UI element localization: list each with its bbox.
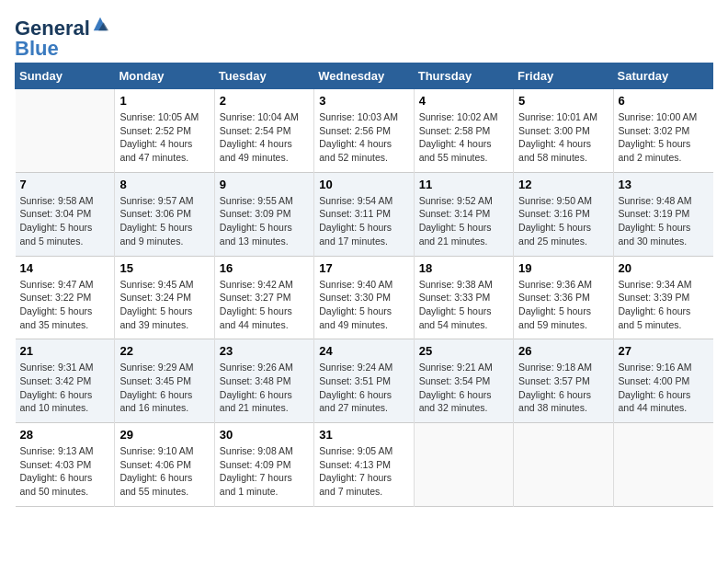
day-number: 8 <box>119 178 209 191</box>
calendar-cell: 14Sunrise: 9:47 AMSunset: 3:22 PMDayligh… <box>16 256 115 339</box>
day-number: 6 <box>619 94 709 108</box>
day-of-week-saturday: Saturday <box>613 63 712 89</box>
calendar-cell: 3Sunrise: 10:03 AMSunset: 2:56 PMDayligh… <box>314 89 414 173</box>
day-info: Sunrise: 10:03 AMSunset: 2:56 PMDaylight… <box>319 110 408 165</box>
logo: General Blue <box>15 18 108 59</box>
day-info: Sunrise: 9:52 AMSunset: 3:14 PMDaylight:… <box>419 194 508 248</box>
day-number: 1 <box>119 94 209 108</box>
week-row-4: 21Sunrise: 9:31 AMSunset: 3:42 PMDayligh… <box>16 339 713 423</box>
day-info: Sunrise: 9:38 AMSunset: 3:33 PMDaylight:… <box>419 278 508 332</box>
days-of-week-row: SundayMondayTuesdayWednesdayThursdayFrid… <box>16 63 713 89</box>
logo-blue: Blue <box>15 37 59 60</box>
calendar-cell: 18Sunrise: 9:38 AMSunset: 3:33 PMDayligh… <box>414 256 513 339</box>
day-info: Sunrise: 9:10 AMSunset: 4:06 PMDaylight:… <box>119 444 209 499</box>
day-info: Sunrise: 10:05 AMSunset: 2:52 PMDaylight… <box>119 110 209 165</box>
calendar-cell: 1Sunrise: 10:05 AMSunset: 2:52 PMDayligh… <box>115 89 214 173</box>
calendar-cell: 2Sunrise: 10:04 AMSunset: 2:54 PMDayligh… <box>214 89 313 173</box>
calendar-cell: 16Sunrise: 9:42 AMSunset: 3:27 PMDayligh… <box>214 256 313 339</box>
calendar-cell: 26Sunrise: 9:18 AMSunset: 3:57 PMDayligh… <box>514 339 613 423</box>
calendar-cell: 24Sunrise: 9:24 AMSunset: 3:51 PMDayligh… <box>314 339 414 423</box>
calendar-cell: 25Sunrise: 9:21 AMSunset: 3:54 PMDayligh… <box>414 339 513 423</box>
day-number: 13 <box>619 178 709 191</box>
day-number: 17 <box>319 261 408 275</box>
day-number: 7 <box>20 178 110 191</box>
day-number: 16 <box>220 261 309 275</box>
day-number: 9 <box>220 178 309 191</box>
day-info: Sunrise: 9:26 AMSunset: 3:48 PMDaylight:… <box>220 361 309 415</box>
day-info: Sunrise: 9:48 AMSunset: 3:19 PMDaylight:… <box>619 194 709 248</box>
calendar-cell: 17Sunrise: 9:40 AMSunset: 3:30 PMDayligh… <box>314 256 414 339</box>
calendar-cell: 9Sunrise: 9:55 AMSunset: 3:09 PMDaylight… <box>214 172 313 256</box>
day-number: 12 <box>518 178 608 191</box>
day-info: Sunrise: 9:21 AMSunset: 3:54 PMDaylight:… <box>419 361 508 415</box>
calendar-table: SundayMondayTuesdayWednesdayThursdayFrid… <box>15 63 713 507</box>
day-info: Sunrise: 9:13 AMSunset: 4:03 PMDaylight:… <box>20 444 110 499</box>
day-number: 4 <box>419 94 508 108</box>
calendar-cell: 19Sunrise: 9:36 AMSunset: 3:36 PMDayligh… <box>514 256 613 339</box>
calendar-cell: 7Sunrise: 9:58 AMSunset: 3:04 PMDaylight… <box>16 172 115 256</box>
day-number: 15 <box>119 261 209 275</box>
calendar-cell <box>514 423 613 507</box>
day-of-week-tuesday: Tuesday <box>214 63 313 89</box>
day-of-week-thursday: Thursday <box>414 63 513 89</box>
day-info: Sunrise: 9:42 AMSunset: 3:27 PMDaylight:… <box>220 278 309 332</box>
day-info: Sunrise: 9:24 AMSunset: 3:51 PMDaylight:… <box>319 361 408 415</box>
calendar-cell: 4Sunrise: 10:02 AMSunset: 2:58 PMDayligh… <box>414 89 513 173</box>
calendar-cell: 8Sunrise: 9:57 AMSunset: 3:06 PMDaylight… <box>115 172 214 256</box>
day-info: Sunrise: 9:29 AMSunset: 3:45 PMDaylight:… <box>119 361 209 415</box>
calendar-cell: 10Sunrise: 9:54 AMSunset: 3:11 PMDayligh… <box>314 172 414 256</box>
day-number: 29 <box>119 428 209 442</box>
calendar-cell: 13Sunrise: 9:48 AMSunset: 3:19 PMDayligh… <box>613 172 712 256</box>
day-info: Sunrise: 9:16 AMSunset: 4:00 PMDaylight:… <box>619 361 709 415</box>
page-header: General Blue <box>15 15 713 59</box>
day-info: Sunrise: 9:40 AMSunset: 3:30 PMDaylight:… <box>319 278 408 332</box>
calendar-body: 1Sunrise: 10:05 AMSunset: 2:52 PMDayligh… <box>16 89 713 507</box>
day-of-week-wednesday: Wednesday <box>314 63 414 89</box>
day-number: 2 <box>220 94 309 108</box>
week-row-2: 7Sunrise: 9:58 AMSunset: 3:04 PMDaylight… <box>16 172 713 256</box>
calendar-cell: 21Sunrise: 9:31 AMSunset: 3:42 PMDayligh… <box>16 339 115 423</box>
calendar-cell: 27Sunrise: 9:16 AMSunset: 4:00 PMDayligh… <box>613 339 712 423</box>
day-info: Sunrise: 9:58 AMSunset: 3:04 PMDaylight:… <box>20 194 110 248</box>
calendar-cell: 28Sunrise: 9:13 AMSunset: 4:03 PMDayligh… <box>16 423 115 507</box>
day-number: 27 <box>619 344 709 358</box>
day-info: Sunrise: 9:45 AMSunset: 3:24 PMDaylight:… <box>119 278 209 332</box>
day-number: 24 <box>319 344 408 358</box>
calendar-cell: 31Sunrise: 9:05 AMSunset: 4:13 PMDayligh… <box>314 423 414 507</box>
day-number: 11 <box>419 178 508 191</box>
day-info: Sunrise: 9:08 AMSunset: 4:09 PMDaylight:… <box>220 444 309 499</box>
logo-text: General <box>15 18 90 39</box>
day-of-week-friday: Friday <box>514 63 613 89</box>
day-info: Sunrise: 9:34 AMSunset: 3:39 PMDaylight:… <box>619 278 709 332</box>
day-info: Sunrise: 9:18 AMSunset: 3:57 PMDaylight:… <box>518 361 608 415</box>
calendar-cell: 23Sunrise: 9:26 AMSunset: 3:48 PMDayligh… <box>214 339 313 423</box>
day-of-week-monday: Monday <box>115 63 214 89</box>
day-info: Sunrise: 9:57 AMSunset: 3:06 PMDaylight:… <box>119 194 209 248</box>
day-info: Sunrise: 10:04 AMSunset: 2:54 PMDaylight… <box>220 110 309 165</box>
calendar-cell: 11Sunrise: 9:52 AMSunset: 3:14 PMDayligh… <box>414 172 513 256</box>
day-number: 31 <box>319 428 408 442</box>
day-info: Sunrise: 9:50 AMSunset: 3:16 PMDaylight:… <box>518 194 608 248</box>
day-number: 23 <box>220 344 309 358</box>
day-number: 18 <box>419 261 508 275</box>
day-info: Sunrise: 9:55 AMSunset: 3:09 PMDaylight:… <box>220 194 309 248</box>
calendar-cell: 20Sunrise: 9:34 AMSunset: 3:39 PMDayligh… <box>613 256 712 339</box>
calendar-cell: 29Sunrise: 9:10 AMSunset: 4:06 PMDayligh… <box>115 423 214 507</box>
calendar-cell <box>613 423 712 507</box>
calendar-cell: 22Sunrise: 9:29 AMSunset: 3:45 PMDayligh… <box>115 339 214 423</box>
logo-icon <box>92 16 108 32</box>
day-info: Sunrise: 9:05 AMSunset: 4:13 PMDaylight:… <box>319 444 408 499</box>
day-number: 26 <box>518 344 608 358</box>
day-number: 3 <box>319 94 408 108</box>
day-number: 5 <box>518 94 608 108</box>
day-info: Sunrise: 9:54 AMSunset: 3:11 PMDaylight:… <box>319 194 408 248</box>
week-row-3: 14Sunrise: 9:47 AMSunset: 3:22 PMDayligh… <box>16 256 713 339</box>
day-info: Sunrise: 9:36 AMSunset: 3:36 PMDaylight:… <box>518 278 608 332</box>
day-number: 30 <box>220 428 309 442</box>
day-info: Sunrise: 9:47 AMSunset: 3:22 PMDaylight:… <box>20 278 110 332</box>
calendar-cell <box>16 89 115 173</box>
week-row-1: 1Sunrise: 10:05 AMSunset: 2:52 PMDayligh… <box>16 89 713 173</box>
day-of-week-sunday: Sunday <box>16 63 115 89</box>
day-number: 22 <box>119 344 209 358</box>
calendar-cell: 30Sunrise: 9:08 AMSunset: 4:09 PMDayligh… <box>214 423 313 507</box>
